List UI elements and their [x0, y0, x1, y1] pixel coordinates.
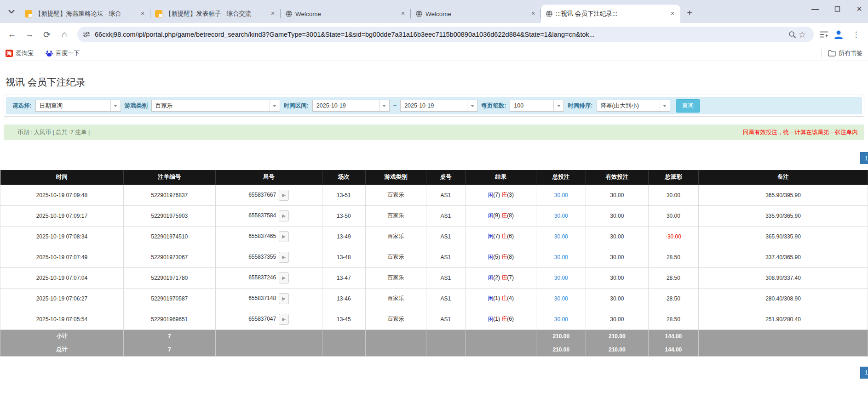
window-close-button[interactable]: ×	[854, 4, 864, 14]
reload-icon[interactable]: ⟳	[40, 27, 54, 42]
video-replay-icon[interactable]: ▶	[279, 190, 289, 201]
date-to-input[interactable]: 2025-10-19	[400, 100, 477, 112]
tab-close-icon[interactable]: ×	[138, 10, 147, 18]
footer-cell-time: 小计	[0, 329, 124, 343]
globe-favicon	[415, 10, 423, 17]
forward-icon[interactable]: →	[22, 27, 37, 42]
page-content: 视讯 会员下注纪录 请选择: 日期查询 游戏类别 百家乐 时间区间: 2025-…	[0, 61, 868, 385]
tab-title: 【新提醒】发表帖子 - 综合交流	[165, 10, 266, 18]
bookmark-label: 百度一下	[56, 49, 80, 57]
browser-menu-icon[interactable]: ⋮	[849, 27, 863, 42]
cell-session: 13-49	[322, 226, 365, 247]
query-type-select[interactable]: 日期查询	[35, 100, 121, 112]
cell-round_id: 655837584▶	[215, 205, 322, 226]
video-replay-icon[interactable]: ▶	[279, 210, 289, 221]
currency-summary-text: 币别 : 人民币 | 总共 :7 注单 |	[17, 129, 90, 136]
cell-game: 百家乐	[365, 309, 426, 329]
all-bookmarks-button[interactable]: 所有书签	[821, 49, 862, 57]
tab-welcome-1[interactable]: Welcome ×	[281, 5, 411, 23]
cell-valid_bet: 30.00	[586, 226, 648, 247]
cell-valid_bet: 30.00	[586, 309, 648, 329]
bookmark-baidu[interactable]: 百度一下	[46, 49, 80, 57]
globe-favicon	[285, 10, 293, 17]
page-size-select[interactable]: 100	[510, 100, 564, 112]
bookmark-taobao[interactable]: 淘 爱淘宝	[6, 49, 34, 57]
cell-round_id: 655837047▶	[215, 309, 322, 329]
cell-table_no: AS1	[426, 309, 465, 329]
cell-total_bet[interactable]: 30.00	[536, 267, 586, 288]
cell-round_id: 655837355▶	[215, 247, 322, 267]
tab-close-icon[interactable]: ×	[668, 10, 677, 18]
video-replay-icon[interactable]: ▶	[279, 314, 289, 325]
url-text[interactable]: 66cxkj98.com/ipl/portal.php/game/betreco…	[95, 31, 784, 38]
cell-total_bet[interactable]: 30.00	[536, 309, 586, 329]
cell-table_no: AS1	[426, 185, 465, 205]
tab-search-chevron[interactable]	[4, 4, 19, 19]
tab-forum-2[interactable]: 【新提醒】发表帖子 - 综合交流 ×	[150, 5, 281, 23]
tab-title: 【新提醒】海燕策略论坛 - 综合	[35, 10, 136, 18]
tab-bet-record-active[interactable]: :::视讯 会员下注纪录::: ×	[541, 5, 680, 23]
video-replay-icon[interactable]: ▶	[279, 293, 289, 304]
tab-close-icon[interactable]: ×	[529, 10, 537, 18]
folder-icon	[828, 50, 836, 57]
cell-round_id: 655837465▶	[215, 226, 322, 247]
footer-cell-round_id	[215, 343, 322, 356]
video-replay-icon[interactable]: ▶	[279, 231, 289, 242]
table-row: 2025-10-19 07:08:34522901974510655837465…	[0, 226, 868, 247]
tab-close-icon[interactable]: ×	[269, 10, 277, 18]
table-row: 2025-10-19 07:09:17522901975903655837584…	[0, 205, 868, 226]
same-round-notice-text: 同局有效投注，统一计算在该局第一张注单内	[743, 129, 858, 136]
cell-result: 闲(1) 庄(6)	[465, 309, 536, 329]
game-type-select[interactable]: 百家乐	[151, 100, 280, 112]
cell-total_bet[interactable]: 30.00	[536, 247, 586, 267]
footer-cell-result	[465, 329, 536, 343]
chevron-down-icon[interactable]	[379, 100, 389, 111]
profile-avatar-icon[interactable]	[833, 29, 844, 40]
search-button[interactable]: 查询	[676, 99, 700, 113]
column-header-table_no: 桌号	[426, 170, 465, 185]
tab-title: :::视讯 会员下注纪录:::	[556, 10, 666, 18]
page-1-button[interactable]: 1	[860, 152, 868, 164]
table-row: 2025-10-19 07:07:49522901973067655837355…	[0, 247, 868, 267]
column-header-valid_bet: 有效投注	[586, 170, 648, 185]
cell-total_bet[interactable]: 30.00	[536, 288, 586, 309]
date-from-input[interactable]: 2025-10-19	[312, 100, 390, 112]
page-1-button[interactable]: 1	[860, 367, 868, 379]
cell-total_bet[interactable]: 30.00	[536, 226, 586, 247]
cell-payout: 28.50	[648, 247, 698, 267]
chevron-down-icon[interactable]	[467, 100, 477, 111]
cell-table_no: AS1	[426, 226, 465, 247]
video-replay-icon[interactable]: ▶	[279, 272, 289, 283]
cell-result: 闲(7) 庄(3)	[465, 185, 536, 205]
bookmark-star-icon[interactable]: ☆	[796, 28, 808, 40]
video-replay-icon[interactable]: ▶	[279, 252, 289, 263]
column-header-round_id: 局号	[215, 170, 322, 185]
new-tab-button[interactable]: +	[683, 6, 696, 19]
pagination-bottom: 1	[0, 367, 868, 379]
address-bar[interactable]: 66cxkj98.com/ipl/portal.php/game/betreco…	[77, 27, 814, 42]
home-icon[interactable]: ⌂	[57, 27, 72, 42]
window-minimize-button[interactable]: —	[810, 5, 820, 13]
table-row: 2025-10-19 07:06:27522901970587655837148…	[0, 288, 868, 309]
tab-close-icon[interactable]: ×	[399, 10, 407, 18]
zoom-icon[interactable]	[788, 31, 796, 39]
cell-total_bet[interactable]: 30.00	[536, 185, 586, 205]
cell-remark: 337.40/365.90	[699, 247, 868, 267]
chevron-down-icon[interactable]	[660, 100, 670, 111]
sort-select[interactable]: 降幂(由大到小)	[597, 100, 670, 112]
site-settings-icon[interactable]	[83, 31, 90, 38]
cell-total_bet[interactable]: 30.00	[536, 205, 586, 226]
tab-forum-1[interactable]: 【新提醒】海燕策略论坛 - 综合 ×	[20, 5, 150, 23]
filter-panel: 请选择: 日期查询 游戏类别 百家乐 时间区间: 2025-10-19 ~ 20…	[4, 95, 864, 117]
browser-toolbar: ← → ⟳ ⌂ 66cxkj98.com/ipl/portal.php/game…	[0, 23, 868, 46]
table-row: 2025-10-19 07:07:04522901971780655837246…	[0, 267, 868, 288]
chevron-down-icon[interactable]	[270, 100, 280, 111]
tab-welcome-2[interactable]: Welcome ×	[411, 5, 541, 23]
cell-time: 2025-10-19 07:06:27	[0, 288, 124, 309]
window-maximize-button[interactable]	[832, 6, 842, 12]
back-icon[interactable]: ←	[5, 27, 19, 42]
cell-result: 闲(9) 庄(8)	[465, 205, 536, 226]
chevron-down-icon[interactable]	[110, 100, 121, 111]
chevron-down-icon[interactable]	[553, 100, 563, 111]
media-controls-icon[interactable]	[819, 31, 828, 38]
